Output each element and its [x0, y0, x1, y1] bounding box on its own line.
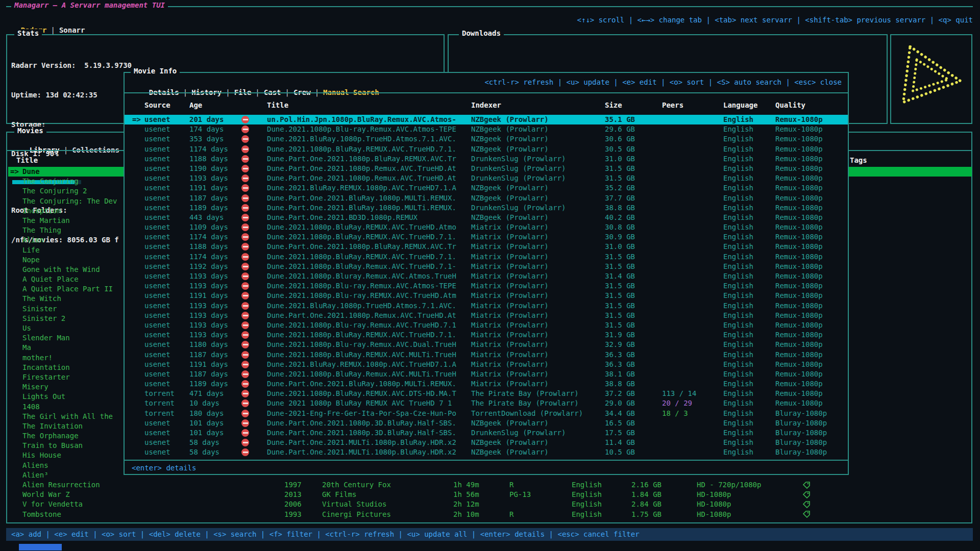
search-result-row[interactable]: usenet 443 days Dune.Part.One.2021.BD3D.… — [125, 213, 848, 222]
movie-list-item[interactable]: Alien — [8, 235, 124, 245]
search-result-row[interactable]: usenet 1193 days Dune.2021.1080p.BluRay.… — [125, 330, 848, 340]
movie-list-item[interactable]: The Martian — [8, 216, 124, 226]
movie-list-item[interactable]: Sinister 2 — [8, 314, 124, 323]
search-result-row[interactable]: usenet 1191 days Dune.2021.BluRay.REMUX.… — [125, 360, 848, 369]
modal-tabs-divider — [125, 92, 848, 93]
result-quality: Bluray-1080p — [775, 428, 848, 438]
result-size: 38.8 GB — [605, 379, 662, 389]
search-result-row[interactable]: usenet 1174 days Dune.2021.1080p.BluRay.… — [125, 232, 848, 242]
result-title: Dune.2021.BluRay.REMUX.1080p.AVC.TrueHD7… — [267, 360, 471, 369]
movie-list-item[interactable]: => Dune — [8, 167, 124, 177]
result-rejected-cell — [241, 173, 267, 183]
movie-list-item[interactable]: The Conjuring 2 — [8, 186, 124, 196]
search-result-row[interactable]: usenet 1188 days Dune.Part.One.2021.1080… — [125, 242, 848, 252]
search-result-row[interactable]: usenet 101 days Dune.Part.One.2021.1080p… — [125, 428, 848, 438]
search-result-row[interactable]: usenet 1191 days Dune.2021.1080p.Blu-ray… — [125, 291, 848, 300]
movie-list-item[interactable]: Sinister — [8, 304, 124, 314]
search-result-row[interactable]: usenet 1193 days Dune.Part.One.2021.1080… — [125, 311, 848, 320]
movies-table-row[interactable]: 2006 Virtual Studios 2h 12m English 2.84… — [284, 499, 818, 509]
search-result-row[interactable]: usenet 1109 days Dune.2021.1080p.BluRay.… — [125, 222, 848, 232]
tag-icon — [803, 480, 818, 490]
movie-list-item[interactable]: Firestarter — [8, 372, 124, 382]
movie-list-item[interactable]: The Thing — [8, 226, 124, 235]
search-result-row[interactable]: usenet 1187 days Dune.Part.One.2021.BluR… — [125, 193, 848, 203]
result-indexer: Miatrix (Prowlarr) — [471, 291, 605, 300]
search-result-row[interactable]: usenet 1192 days Dune.2021.1080p.BluRay.… — [125, 262, 848, 271]
movie-rating: R — [509, 510, 572, 519]
search-result-row[interactable]: usenet 1190 days Dune.Part.One.2021.1080… — [125, 164, 848, 173]
search-result-row[interactable]: usenet 1193 days Dune.2021.1080p.Bluray.… — [125, 271, 848, 281]
search-result-row[interactable]: torrent 471 days Dune.2021.1080p.BluRay.… — [125, 389, 848, 398]
search-result-row[interactable]: usenet 1193 days Dune.2021.BluRay.1080p.… — [125, 301, 848, 311]
selected-row-highlight-strip — [849, 167, 972, 177]
movie-list-item[interactable]: A Quiet Place — [8, 274, 124, 284]
result-peers — [662, 291, 723, 300]
movie-list-item[interactable]: Alien Resurrection — [8, 480, 124, 490]
movies-table-row[interactable]: 1993 Cinergi Pictures 2h 10m R English 1… — [284, 510, 818, 519]
movie-list-item[interactable]: The Conjuring — [8, 177, 124, 186]
movies-table-row[interactable]: 2013 GK Films 1h 56m PG-13 English 1.84 … — [284, 490, 818, 499]
search-result-row[interactable]: usenet 1193 days Dune.Part.One.2021.1080… — [125, 173, 848, 183]
movie-list-item[interactable]: V for Vendetta — [8, 499, 124, 509]
search-result-row[interactable]: torrent 180 days Dune-2021-Eng-Fre-Ger-I… — [125, 409, 848, 418]
movie-list-item[interactable]: Lights Out — [8, 392, 124, 402]
movie-list-item[interactable]: World War Z — [8, 490, 124, 499]
search-result-row[interactable]: usenet 1188 days Dune.Part.One.2021.1080… — [125, 154, 848, 164]
movie-title: Incantation — [22, 363, 70, 372]
result-rejected-cell — [241, 183, 267, 193]
movie-title: The Martian — [22, 216, 70, 226]
movie-list-item[interactable]: His House — [8, 450, 124, 460]
movie-list-item[interactable]: Alien³ — [8, 470, 124, 480]
column-indexer: Indexer — [471, 101, 605, 110]
movie-list-item[interactable]: Ma — [8, 343, 124, 353]
movie-list-item[interactable]: Life — [8, 245, 124, 255]
movie-list-item[interactable]: Gone with the Wind — [8, 265, 124, 274]
search-result-row[interactable]: usenet 1187 days Dune.2021.1080p.BluRay.… — [125, 350, 848, 360]
movie-list-item[interactable]: Incantation — [8, 363, 124, 372]
result-title: Dune.2021.BluRay.REMUX.1080p.AVC.TrueHD7… — [267, 183, 471, 193]
movie-list-item[interactable]: mother! — [8, 353, 124, 363]
movie-list-item[interactable]: A Quiet Place Part II — [8, 284, 124, 294]
search-result-row[interactable]: usenet 1174 days Dune.2021.1080p.BluRay.… — [125, 144, 848, 154]
search-result-row[interactable]: usenet 1189 days Dune.Part.One.2021.BluR… — [125, 379, 848, 389]
result-indexer: NZBgeek (Prowlarr) — [471, 183, 605, 193]
tab-sonarr[interactable]: Sonarr — [59, 26, 85, 34]
search-result-row[interactable]: usenet 58 days Dune.Part.One.2021.MULTi.… — [125, 447, 848, 457]
movie-list-item[interactable]: The Girl with All the — [8, 412, 124, 421]
result-quality: Remux-1080p — [775, 350, 848, 360]
movie-list-item[interactable]: Nope — [8, 255, 124, 265]
movie-runtime: 2h 12m — [453, 499, 509, 509]
selection-marker — [10, 177, 22, 186]
result-language: English — [723, 154, 775, 164]
search-result-row[interactable]: usenet 1189 days Dune.Part.One.2021.BluR… — [125, 203, 848, 213]
search-result-row[interactable]: usenet 174 days Dune.2021.1080p.Blu-ray.… — [125, 124, 848, 134]
movie-list-item[interactable]: Tombstone — [8, 510, 124, 519]
search-result-row[interactable]: usenet 1174 days Dune.2021.1080p.BluRay.… — [125, 252, 848, 262]
search-result-row[interactable]: usenet 1191 days Dune.2021.BluRay.REMUX.… — [125, 183, 848, 193]
movie-list-item[interactable]: 1408 — [8, 402, 124, 412]
movie-list-item[interactable]: Aliens — [8, 461, 124, 470]
search-result-row[interactable]: torrent 10 days Dune 2021 1080p BluRay R… — [125, 398, 848, 408]
search-result-row[interactable]: usenet 58 days Dune.Part.One.2021.MULTi.… — [125, 438, 848, 447]
movie-list-item[interactable]: Us — [8, 323, 124, 333]
search-result-row[interactable]: usenet 1180 days Dune.2021.1080p.Blu-ray… — [125, 340, 848, 349]
result-title: Dune.2021.1080p.Blu-ray.REMUX.AVC.TrueHD… — [267, 291, 471, 300]
movie-list-item[interactable]: The Orphanage — [8, 431, 124, 441]
search-result-row[interactable]: usenet 1193 days Dune.2021.1080p.Blu-ray… — [125, 281, 848, 291]
movie-list-item[interactable]: The Invitation — [8, 421, 124, 431]
search-results-header: Source Age Title Indexer Size Peers Lang… — [125, 101, 848, 110]
movie-list-item[interactable]: The Conjuring: The Dev — [8, 196, 124, 206]
search-result-row[interactable]: usenet 101 days Dune.Part.One.2021.1080p… — [125, 418, 848, 428]
movie-list-item[interactable]: Train to Busan — [8, 441, 124, 450]
search-result-row[interactable]: => usenet 201 days un.Pol.Hin.Jpn.1080p.… — [125, 115, 848, 124]
movie-list-item[interactable]: Inception — [8, 206, 124, 216]
movies-table-visible-rows: 1997 20th Century Fox 1h 49m R English 2… — [284, 480, 818, 519]
search-result-row[interactable]: usenet 1193 days Dune.2021.1080p.Blu-ray… — [125, 320, 848, 330]
search-result-row[interactable]: usenet 1187 days Dune.2021.1080p.BluRay.… — [125, 369, 848, 379]
movie-list-item[interactable]: Slender Man — [8, 333, 124, 343]
movies-table-row[interactable]: 1997 20th Century Fox 1h 49m R English 2… — [284, 480, 818, 490]
movie-list-item[interactable]: The Witch — [8, 294, 124, 304]
movie-list-item[interactable]: Misery — [8, 382, 124, 392]
result-peers — [662, 242, 723, 252]
search-result-row[interactable]: usenet 353 days Dune.2021.BluRay.1080p.T… — [125, 134, 848, 144]
